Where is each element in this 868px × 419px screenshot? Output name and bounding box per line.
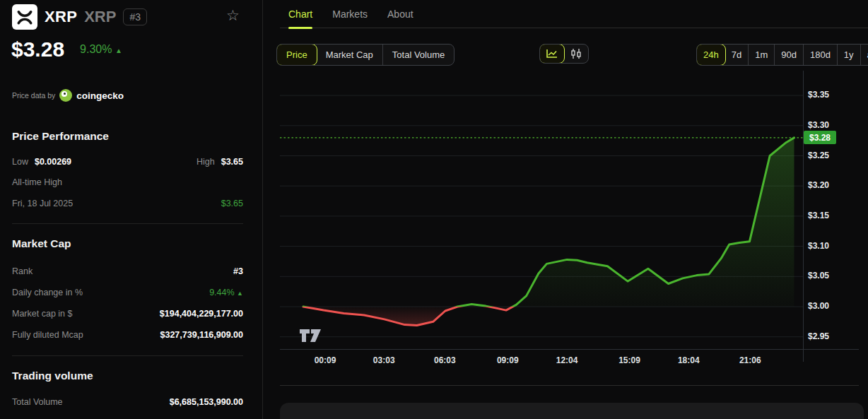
market-cap-label: Market cap in $ [12,309,72,319]
x-tick-label: 15:09 [618,355,640,365]
tab-chart[interactable]: Chart [288,0,312,28]
tab-about[interactable]: About [387,0,414,28]
range-selector: 24h 7d 1m 90d 180d 1y all [696,44,868,66]
price-change-value: 9.30% [80,43,112,55]
x-tick-label: 03:03 [373,355,395,365]
coin-header: XRP XRP #3 [12,4,147,30]
price-summary: $3.28 9.30% ▲ [11,37,122,61]
attribution: Price data by coingecko [12,89,124,102]
panel-divider [262,0,263,419]
daily-change-number: 9.44% [209,288,234,297]
divider [280,385,859,386]
market-cap-value: $194,404,229,177.00 [160,309,243,319]
tradingview-logo[interactable] [300,329,325,345]
up-arrow-icon: ▲ [237,290,243,297]
fdv-row: Fully diluted Mcap $327,739,116,909.00 [12,330,243,340]
ath-date-row: Fri, 18 Jul 2025 $3.65 [12,199,243,208]
xrp-mark [16,8,34,26]
star-icon[interactable]: ☆ [226,8,240,23]
low-value: $0.00269 [35,157,71,167]
low-high-row: Low $0.00269 High $3.65 [12,157,243,167]
price-chart[interactable] [280,71,803,350]
rank-value: #3 [233,266,243,276]
y-tick-label: $3.10 [808,241,842,251]
range-24h-button[interactable]: 24h [696,44,726,66]
coin-name: XRP [45,8,77,26]
attribution-text: Price data by [12,91,55,100]
ath-row: All-time High [12,177,243,187]
price-change: 9.30% ▲ [80,43,122,56]
y-tick-label: $3.35 [808,90,842,100]
y-tick-label: $3.25 [808,151,842,160]
x-tick-label: 06:03 [434,355,456,365]
rank-label: Rank [12,266,33,276]
divider [12,223,243,224]
coingecko-name: coingecko [76,90,124,101]
ath-value: $3.65 [221,199,243,208]
series-price-button[interactable]: Price [276,44,317,66]
x-tick-label: 12:04 [556,355,578,365]
series-total-volume-button[interactable]: Total Volume [383,45,454,65]
low-label: Low [12,157,28,167]
xrp-logo-icon [12,4,37,30]
range-7d-button[interactable]: 7d [725,45,749,65]
ath-label: All-time High [12,177,62,187]
line-chart-icon[interactable] [539,44,565,64]
y-tick-label: $3.20 [808,180,842,190]
y-tick-label: $3.00 [808,301,842,311]
market-cap-title: Market Cap [12,237,71,250]
current-price: $3.28 [11,37,64,61]
high-value: $3.65 [221,157,243,167]
candlestick-glyph [570,48,582,59]
y-tick-label: $3.05 [808,271,842,281]
x-tick-label: 18:04 [678,355,700,365]
coin-symbol: XRP [84,8,116,26]
y-tick-label: $3.15 [808,211,842,220]
tabs-row: Chart Markets About [280,0,868,28]
rank-row: Rank #3 [12,266,243,276]
chart-canvas[interactable] [280,71,803,350]
market-cap-row: Market cap in $ $194,404,229,177.00 [12,309,243,319]
x-tick-label: 21:06 [739,355,761,365]
y-tick-label: $3.30 [808,120,842,130]
total-volume-row: Total Volume $6,685,153,990.00 [12,397,243,407]
candlestick-icon[interactable] [564,45,588,63]
y-tick-label: $2.95 [808,331,842,341]
next-section-panel[interactable] [280,403,864,419]
ath-date: Fri, 18 Jul 2025 [12,199,73,208]
tab-markets[interactable]: Markets [332,0,368,28]
x-tick-label: 00:09 [315,355,336,365]
daily-change-value: 9.44% ▲ [209,288,243,297]
up-arrow-icon: ▲ [115,47,122,54]
fdv-value: $327,739,116,909.00 [160,330,243,340]
x-axis-line [280,349,859,350]
total-volume-value: $6,685,153,990.00 [170,397,243,407]
total-volume-label: Total Volume [12,397,63,407]
trading-volume-title: Trading volume [12,370,93,382]
range-1m-button[interactable]: 1m [749,45,775,65]
current-price-badge: $3.28 [804,131,836,144]
range-180d-button[interactable]: 180d [804,45,838,65]
line-chart-glyph [546,48,558,59]
range-1y-button[interactable]: 1y [838,45,861,65]
range-all-button[interactable]: all [861,45,868,65]
high-label: High [197,157,215,167]
fdv-label: Fully diluted Mcap [12,330,83,340]
page: { "accent_color": "#d2f548", "coin_heade… [0,0,868,419]
chart-type-toggle [539,44,589,64]
sidebar: XRP XRP #3 ☆ $3.28 9.30% ▲ Price data by… [0,0,262,419]
x-tick-label: 09:09 [497,355,519,365]
range-90d-button[interactable]: 90d [775,45,804,65]
divider [12,355,243,356]
coingecko-logo-icon [59,89,72,102]
y-axis-line[interactable] [803,71,804,362]
daily-change-row: Daily change in % 9.44% ▲ [12,288,243,297]
series-toggle: Price Market Cap Total Volume [276,44,454,66]
series-market-cap-button[interactable]: Market Cap [317,45,383,65]
daily-change-label: Daily change in % [12,288,83,297]
price-performance-title: Price Performance [12,130,109,143]
rank-badge: #3 [123,8,147,25]
